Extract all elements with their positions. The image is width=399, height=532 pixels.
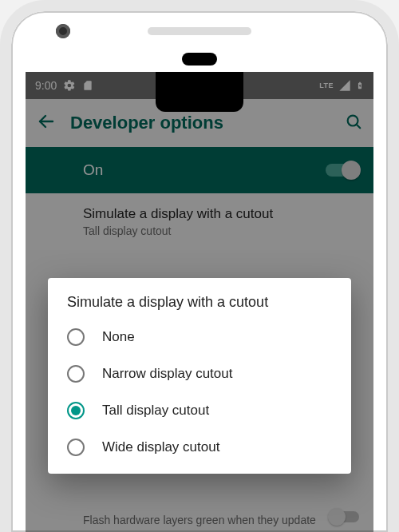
dialog-option-none[interactable]: None	[56, 319, 343, 355]
option-label: Wide display cutout	[102, 439, 219, 455]
option-label: Narrow display cutout	[102, 366, 232, 382]
phone-frame: 9:00 LTE Develo	[0, 0, 399, 532]
cutout-dialog: Simulate a display with a cutout None Na…	[48, 278, 351, 474]
dialog-option-tall[interactable]: Tall display cutout	[56, 392, 343, 429]
radio-icon	[67, 365, 85, 383]
earpiece	[148, 27, 251, 35]
radio-icon	[67, 328, 85, 346]
radio-icon	[67, 402, 85, 419]
dialog-option-wide[interactable]: Wide display cutout	[56, 429, 343, 466]
front-camera	[56, 24, 70, 38]
sensor-pill	[182, 53, 217, 66]
radio-icon	[67, 439, 85, 456]
dialog-title: Simulate a display with a cutout	[56, 294, 343, 319]
option-label: Tall display cutout	[102, 403, 209, 419]
screen: 9:00 LTE Develo	[26, 72, 373, 532]
dialog-option-narrow[interactable]: Narrow display cutout	[56, 355, 343, 392]
option-label: None	[102, 329, 135, 345]
